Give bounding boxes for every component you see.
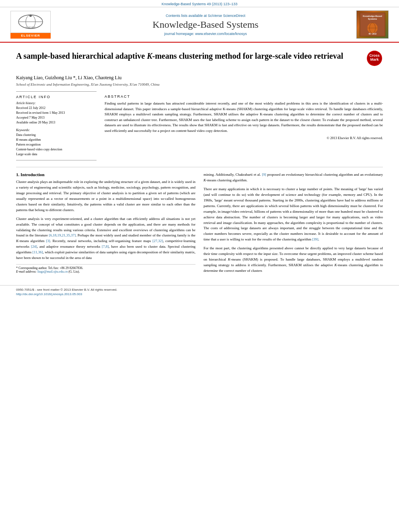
svg-point-3 — [29, 14, 32, 17]
ref-link-6[interactable]: [11,36] — [33, 250, 43, 254]
svg-text:ELSEVIER: ELSEVIER — [26, 26, 36, 29]
article-info-box: ARTICLE INFO Article history: Received 2… — [16, 91, 97, 160]
crossmark-icon: Cross Mark — [367, 51, 382, 66]
ref-link-8[interactable]: [39] — [312, 237, 318, 241]
journal-homepage: journal homepage: www.elsevier.com/locat… — [55, 32, 356, 36]
keyword-1: Data clustering — [16, 133, 97, 138]
homepage-url[interactable]: www.elsevier.com/locate/knosys — [195, 32, 247, 36]
elsevier-logo: ELSEVIER ELSEVIER — [6, 11, 55, 39]
crossmark-badge: Cross Mark — [367, 51, 383, 67]
article-history: Article history: Received 22 July 2012 R… — [16, 101, 97, 125]
top-bar: Knowledge-Based Systems 49 (2013) 123–13… — [0, 0, 399, 7]
journal-header-center: Contents lists available at SciVerse Sci… — [55, 14, 356, 36]
abstract-title: ABSTRACT — [105, 94, 383, 99]
svg-text:Cross: Cross — [369, 53, 380, 58]
section-1-heading: 1. Introduction — [16, 172, 195, 177]
keywords-section: Keywords: Data clustering K-means algori… — [16, 128, 97, 157]
keyword-3: Pattern recognition — [16, 142, 97, 147]
ref-link-7[interactable]: [9] — [262, 173, 266, 177]
keywords-label: Keywords: — [16, 128, 97, 132]
intro-para-3: mining. Additionally, Chakrabarti et al.… — [204, 172, 383, 183]
article-info-col: ARTICLE INFO Article history: Received 2… — [16, 91, 97, 160]
accepted: Accepted 7 May 2013 — [16, 115, 97, 120]
journal-header: ELSEVIER ELSEVIER Contents lists availab… — [0, 7, 399, 43]
journal-cover-section: Knowledge-Based Systems 49 • 2013 — [356, 10, 393, 39]
intro-para-5: For the most part, the clustering algori… — [204, 246, 383, 274]
journal-title: Knowledge-Based Systems — [55, 19, 356, 30]
received-2: Received in revised form 1 May 2013 — [16, 111, 97, 115]
copyright: © 2013 Elsevier B.V. All rights reserved… — [105, 136, 383, 140]
email-link[interactable]: liugz@mail.xjtu.edu.cn — [37, 270, 68, 273]
article-title-section: A sample-based hierarchical adaptive K-m… — [16, 51, 383, 70]
footnote-corresponding: * Corresponding author. Tel./fax: +86 29… — [16, 266, 195, 270]
ref-link-1[interactable]: [6,18,19,21,35,37] — [49, 233, 76, 237]
received-1: Received 22 July 2012 — [16, 106, 97, 111]
keyword-2: K-means algorithm — [16, 138, 97, 142]
svg-text:49 • 2013: 49 • 2013 — [368, 33, 376, 35]
svg-text:Mark: Mark — [370, 58, 379, 62]
doi-link[interactable]: http://dx.doi.org/10.1016/j.knosys.2013.… — [16, 292, 82, 296]
ref-link-2[interactable]: [3] — [46, 239, 50, 243]
section-divider — [16, 167, 383, 167]
svg-text:Systems: Systems — [368, 18, 377, 20]
available: Available online 20 May 2013 — [16, 120, 97, 125]
intro-para-1: Cluster analysis plays an indispensable … — [16, 179, 195, 213]
keyword-4: Content-based video copy detection — [16, 147, 97, 152]
elsevier-image: ELSEVIER — [10, 11, 51, 33]
sciverse-link[interactable]: SciVerse ScienceDirect — [208, 14, 246, 18]
history-label: Article history: — [16, 101, 97, 105]
ref-link-4[interactable]: [24] — [31, 244, 37, 249]
article-container: A sample-based hierarchical adaptive K-m… — [0, 43, 399, 285]
body-col-right: mining. Additionally, Chakrabarti et al.… — [204, 172, 383, 277]
intro-para-4: There are many applications in which it … — [204, 187, 383, 242]
footer-issn: 0950-7051/$ - see front matter © 2013 El… — [16, 288, 383, 292]
article-title: A sample-based hierarchical adaptive K-m… — [16, 51, 367, 61]
footnote-email: E-mail address: liugz@mail.xjtu.edu.cn (… — [16, 270, 195, 273]
abstract-box: ABSTRACT Finding useful patterns in larg… — [105, 91, 383, 143]
sciverse-text: Contents lists available at SciVerse Sci… — [55, 14, 356, 18]
affiliation: School of Electronic and Information Eng… — [16, 82, 383, 86]
journal-cover-image: Knowledge-Based Systems 49 • 2013 — [356, 10, 389, 39]
svg-text:Knowledge-Based: Knowledge-Based — [363, 15, 382, 17]
ref-link-3[interactable]: [27,32] — [152, 239, 163, 243]
keyword-5: Large-scale data — [16, 152, 97, 157]
elsevier-logo-section: ELSEVIER ELSEVIER — [6, 11, 55, 39]
abstract-text: Finding useful patterns in large dataset… — [105, 101, 383, 134]
footer-doi: http://dx.doi.org/10.1016/j.knosys.2013.… — [16, 292, 383, 296]
intro-para-2: Cluster analysis is very experiment-orie… — [16, 216, 195, 261]
footnote-star: * Corresponding author. Tel./fax: +86 29… — [16, 264, 195, 273]
body-col-left: 1. Introduction Cluster analysis plays a… — [16, 172, 195, 277]
ref-link-5[interactable]: [7,8] — [102, 244, 109, 249]
article-info-title: ARTICLE INFO — [16, 95, 97, 99]
article-info-abstract-row: ARTICLE INFO Article history: Received 2… — [16, 91, 383, 160]
page-footer: 0950-7051/$ - see front matter © 2013 El… — [0, 285, 399, 298]
elsevier-label: ELSEVIER — [10, 33, 51, 39]
authors: Kaiyang Liao, Guizhong Liu *, Li Xiao, C… — [16, 75, 383, 81]
abstract-col: ABSTRACT Finding useful patterns in larg… — [105, 91, 383, 160]
body-columns: 1. Introduction Cluster analysis plays a… — [16, 172, 383, 277]
journal-citation: Knowledge-Based Systems 49 (2013) 123–13… — [162, 2, 238, 6]
